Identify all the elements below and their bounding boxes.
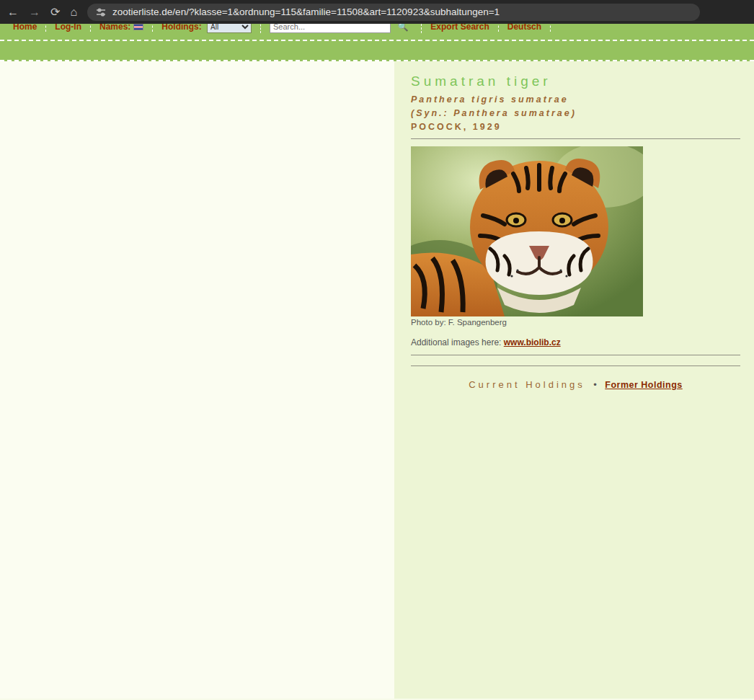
site-header-bar: Home Log-In Names: Holdings: All 🔍 Expor… xyxy=(0,24,754,41)
divider xyxy=(411,355,740,355)
current-holdings-label: Current Holdings xyxy=(469,379,585,390)
photo-credit: Photo by: F. Spangenberg xyxy=(411,318,740,327)
language-link[interactable]: Deutsch xyxy=(499,24,551,32)
back-icon[interactable]: ← xyxy=(7,6,19,18)
holdings-select[interactable]: All xyxy=(207,24,252,33)
reload-icon[interactable]: ⟳ xyxy=(50,6,60,18)
home-icon[interactable]: ⌂ xyxy=(70,6,77,18)
species-list xyxy=(139,61,394,699)
site-settings-icon[interactable] xyxy=(96,7,106,17)
class-menu-bar xyxy=(0,41,754,61)
divider xyxy=(411,138,740,139)
site-header-links: Home Log-In Names: Holdings: All 🔍 Expor… xyxy=(4,24,551,36)
names-label[interactable]: Names: xyxy=(91,24,153,32)
content-columns: Sumatran tiger Panthera tigris sumatrae … xyxy=(0,61,754,699)
synonym-name: (Syn.: Panthera sumatrae) xyxy=(411,108,740,118)
search-area: 🔍 xyxy=(261,24,422,33)
uk-flag-icon[interactable] xyxy=(133,24,143,30)
export-search-link[interactable]: Export Search xyxy=(422,24,498,32)
species-photo xyxy=(411,146,643,316)
page-title: Sumatran tiger xyxy=(411,74,740,89)
search-input[interactable] xyxy=(270,24,391,33)
search-icon[interactable]: 🔍 xyxy=(393,24,412,32)
additional-images-line: Additional images here: www.biolib.cz xyxy=(411,337,740,347)
scientific-name: Panthera tigris sumatrae xyxy=(411,94,740,105)
biolib-link[interactable]: www.biolib.cz xyxy=(504,337,561,347)
divider xyxy=(411,365,740,366)
url-text[interactable]: zootierliste.de/en/?klasse=1&ordnung=115… xyxy=(112,6,500,17)
url-bar[interactable]: zootierliste.de/en/?klasse=1&ordnung=115… xyxy=(87,4,700,21)
former-holdings-link[interactable]: Former Holdings xyxy=(605,380,683,390)
author-citation: POCOCK, 1929 xyxy=(411,122,740,132)
bullet-separator: • xyxy=(593,379,597,390)
home-link[interactable]: Home xyxy=(4,24,46,32)
species-detail-panel: Sumatran tiger Panthera tigris sumatrae … xyxy=(394,61,754,699)
holdings-filter: Holdings: All xyxy=(153,24,261,33)
browser-toolbar: ← → ⟳ ⌂ zootierliste.de/en/?klasse=1&ord… xyxy=(0,0,754,24)
login-link[interactable]: Log-In xyxy=(46,24,91,32)
orders-sidebar xyxy=(0,61,139,699)
holdings-nav: Current Holdings • Former Holdings xyxy=(411,378,740,391)
forward-icon[interactable]: → xyxy=(29,6,40,18)
